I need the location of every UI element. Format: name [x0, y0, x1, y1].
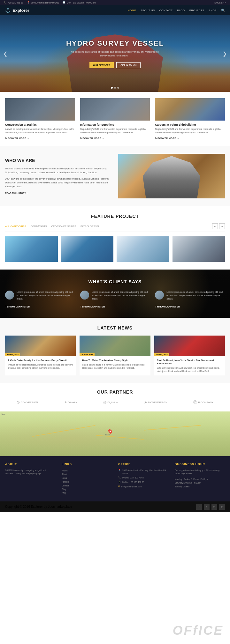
footer-office: OFFICE 📍 3990 Amphitheatre Parkway Mount… [118, 463, 168, 495]
card-careers: Careers at Irving Shipbuilding Shipbuild… [155, 98, 225, 140]
footer-link-about[interactable]: About [62, 472, 112, 476]
project-img-2[interactable] [61, 236, 114, 262]
office-email: info@themeplate.com [121, 485, 142, 488]
testimonial-2: Lorem ipsum dolor sit amet, consecte adi… [80, 291, 150, 308]
partner-name-2: Vinarita [68, 401, 77, 404]
partner-2[interactable]: ✦ Vinarita [64, 400, 77, 404]
footer-link-project[interactable]: Project [62, 469, 112, 473]
language-selector[interactable]: ENGLISH + [214, 2, 226, 4]
footer-link-news[interactable]: News [62, 476, 112, 480]
hero-dot-1[interactable] [111, 87, 113, 89]
feature-section: FEATURE PROJECT ALL CATEGORIES COMBATANT… [0, 206, 230, 270]
testimonials-section: WHAT'S CLIENT SAYS Lorem ipsum dolor sit… [0, 270, 230, 318]
card-desc-3: Shipbuilding's Refit and Conversion depa… [155, 128, 225, 134]
testimonials-grid: Lorem ipsum dolor sit amet, consecte adi… [5, 291, 225, 308]
who-para1: With its production facilities and adopt… [5, 167, 112, 174]
services-button[interactable]: OUR SERVICES [89, 62, 114, 68]
card-img-careers [155, 98, 225, 121]
hero-prev-arrow[interactable]: ❮ [3, 51, 7, 57]
news-badge-1: 20 MAY, 2016 [5, 353, 20, 356]
location-icon: 📍 [27, 1, 30, 4]
news-img-1: 20 MAY, 2016 [5, 336, 76, 356]
feature-title: FEATURE PROJECT [5, 214, 225, 219]
partner-3[interactable]: ◎ Digitslide [103, 400, 118, 404]
tab-patrol[interactable]: PATROL VESSEL [80, 225, 100, 228]
testimonials-title: WHAT'S CLIENT SAYS [5, 279, 225, 284]
social-twitter[interactable]: t [204, 504, 210, 510]
search-icon[interactable]: 🔍 [221, 9, 225, 12]
copyright-bar: Copyright © 2016 Explorer by Joocmarketp… [0, 501, 230, 512]
project-img-4[interactable] [172, 236, 225, 262]
footer-link-contact[interactable]: Contact [62, 484, 112, 488]
discover-link-2[interactable]: DISCOVER MORE [80, 137, 104, 139]
testimonial-name-2: TYRION LANNISTER [80, 305, 150, 308]
read-more-link[interactable]: READ FULL STORY [5, 192, 29, 194]
project-img-1[interactable] [5, 236, 58, 262]
discover-link-3[interactable]: DISCOVER MORE [155, 137, 179, 139]
footer-about-title: ABOUT [5, 463, 55, 466]
partner-icon-1: ⊙ [17, 400, 20, 404]
card-title-1: Construction at Halifax [5, 123, 75, 126]
hero-section: HYDRO SURVEY VESSEL This cost effective … [0, 15, 230, 92]
news-badge-2: 20 MAY, 2016 [80, 353, 95, 356]
social-icons: f t in g+ [196, 504, 225, 510]
nav-about[interactable]: ABOUT US [141, 9, 155, 12]
feature-prev-btn[interactable]: ← [212, 223, 218, 229]
footer-link-portfolio[interactable]: Portfolio [62, 480, 112, 484]
footer-link-blog[interactable]: Blog [62, 487, 112, 491]
footer-hours-mf: Monday - Friday: 9:00am - 10:00pm [175, 477, 225, 481]
tab-all[interactable]: ALL CATEGORIES [5, 225, 26, 228]
testimonial-text-1: Lorem ipsum dolor sit amet, consecte adi… [17, 291, 75, 301]
testimonial-1: Lorem ipsum dolor sit amet, consecte adi… [5, 291, 75, 308]
news-text-1: Through all the breakfast foods, pancake… [8, 363, 73, 370]
testimonial-text-2: Lorem ipsum dolor sit amet, consecte adi… [92, 291, 150, 301]
feature-next-btn[interactable]: → [219, 223, 225, 229]
social-googleplus[interactable]: g+ [219, 504, 225, 510]
partner-name-3: Digitslide [107, 401, 118, 404]
hero-subtitle: This cost effective range of vessels can… [66, 50, 162, 58]
social-facebook[interactable]: f [196, 504, 202, 510]
social-linkedin[interactable]: in [211, 504, 217, 510]
partner-4[interactable]: ➤ MOVE ENERGY [144, 400, 167, 404]
top-bar: 📞 +98 021 456 88 📍 3990 Amphitheatre Par… [0, 0, 230, 5]
tab-combatants[interactable]: COMBATANTS [31, 225, 47, 228]
news-text-2: Cuts a striking figure in a Johnny Cash-… [82, 363, 148, 370]
footer-about: ABOUT DAMEN is currently undergoing a si… [5, 463, 55, 495]
nav-home[interactable]: HOME [128, 9, 136, 12]
news-grid: 20 MAY, 2016 A Crab Cake Ready for the S… [5, 336, 225, 375]
news-section: LATEST NEWS 20 MAY, 2016 A Crab Cake Rea… [0, 318, 230, 383]
hero-dot-3[interactable] [117, 87, 119, 89]
nav-shop[interactable]: SHOP [209, 9, 217, 12]
news-text-3: Cuts a striking figure in a Johnny Cash-… [157, 366, 222, 373]
avatar-1 [5, 291, 14, 300]
clock-icon: 🕐 [63, 1, 65, 4]
project-img-3[interactable] [117, 236, 169, 262]
contact-button[interactable]: GET IN TOUCH [116, 62, 141, 68]
hero-dot-2[interactable] [114, 87, 116, 89]
partner-5[interactable]: ⓑ B COMPANY [193, 400, 213, 405]
footer-hours-text: Our support available to help you 24 hou… [175, 469, 225, 476]
footer-links-title: LINKS [62, 463, 112, 466]
testimonial-3: Lorem ipsum dolor sit amet, consecte adi… [155, 291, 225, 308]
card-construction: Construction at Halifax As well as build… [5, 98, 75, 140]
partner-icon-4: ➤ [144, 400, 147, 404]
nav-contact[interactable]: CONTACT [159, 9, 173, 12]
nav-projects[interactable]: PROJECTS [189, 9, 204, 12]
tab-crossover[interactable]: CROSSOVER SERIES [51, 225, 76, 228]
footer-link-faq[interactable]: FAQ [62, 491, 112, 495]
footer-links: LINKS Project About News Portfolio Conta… [62, 463, 112, 495]
partner-name-1: CONVERSION [21, 401, 38, 404]
news-card-3: 20 MAY, 2016 Ravi DeRossi, New York Stea… [154, 336, 225, 375]
phone-icon: 📞 [4, 1, 7, 4]
news-card-2: 20 MAY, 2016 How To Make The Mexico Shee… [80, 336, 150, 375]
office-address: 3990 Amphitheatre Parkway Mountain View … [122, 469, 168, 475]
discover-link-1[interactable]: DISCOVER MORE [5, 137, 29, 139]
partner-icon-3: ◎ [103, 400, 106, 404]
logo[interactable]: ⚓ Explorer [5, 8, 29, 13]
partner-1[interactable]: ⊙ CONVERSION [17, 400, 38, 404]
hero-next-arrow[interactable]: ❯ [223, 51, 227, 57]
footer-hours: BUSSINESS HOUR Our support available to … [175, 463, 225, 495]
nav-blog[interactable]: BLOG [177, 9, 185, 12]
hours-text: Mon - Sat 9:00am - 08:00 pm [66, 2, 96, 4]
footer-hours-sun: Sunday: Closed [175, 485, 225, 489]
